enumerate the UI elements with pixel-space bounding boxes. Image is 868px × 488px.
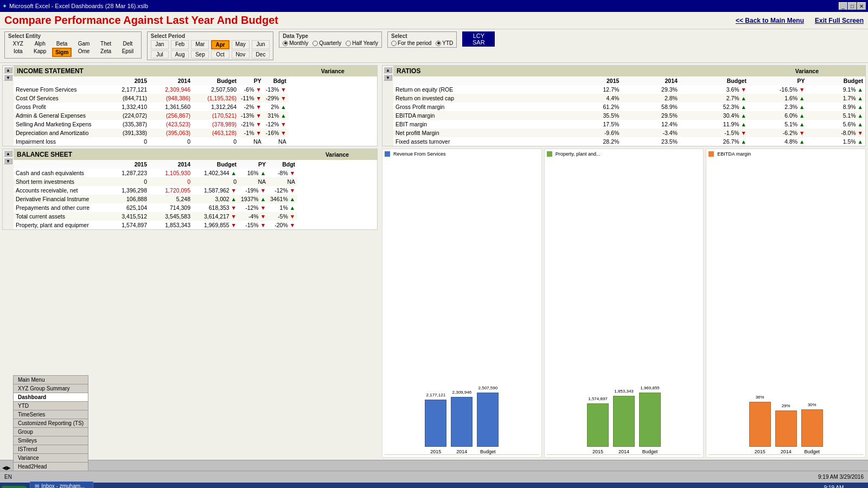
period-btn-aug[interactable]: Aug (171, 50, 189, 59)
income-scroll-up[interactable]: ▲ (4, 67, 12, 73)
taskbar: Start ✉Inbox - zmuham...📊Microsoft Excel… (0, 483, 868, 488)
monthly-radio[interactable]: Monthly (283, 40, 308, 46)
balance-row: Cash and cash equivalents 1,287,223 1,10… (14, 169, 377, 177)
bar-group: 1,574,897 2015 (587, 396, 609, 454)
close-btn[interactable]: ✕ (857, 2, 866, 10)
entity-btn-ome[interactable]: Ome (74, 48, 93, 57)
entity-btn-alph[interactable]: Alph (30, 40, 49, 47)
income-row: Admin & General Expenses (224,072) (256,… (14, 111, 377, 120)
period-btn-jul[interactable]: Jul (151, 50, 169, 59)
sheet-tab-customized-reporting-(ts)[interactable]: Customized Reporting (TS) (13, 419, 88, 427)
bar-rect (587, 403, 609, 447)
ratios-bdgt: 5.1% ▲ (807, 111, 865, 120)
entity-btn-epsil[interactable]: Epsil (118, 48, 137, 57)
period-btn-oct[interactable]: Oct (211, 50, 229, 59)
income-budget: 2,507,590 (193, 85, 239, 94)
bar-value: 2,507,590 (478, 386, 498, 390)
ratios-row: EBIT margin 17.5% 12.4% 11.9% ▲ 5.1% ▲ 5… (393, 120, 865, 129)
window-controls[interactable]: _ □ ✕ (839, 2, 866, 10)
ratios-scroll[interactable]: ▲ ▼ (382, 66, 393, 146)
balance-budget: 1,402,344 ▲ (193, 169, 239, 177)
ytd-label: YTD (442, 40, 453, 46)
bar-value: 1,969,855 (640, 386, 660, 390)
income-py: -11% ▼ (239, 94, 264, 102)
period-btn-apr[interactable]: Apr (211, 40, 229, 49)
period-btn-feb[interactable]: Feb (171, 40, 189, 49)
start-button[interactable]: Start (2, 486, 28, 488)
balance-budget: 0 (193, 177, 239, 186)
balance-scroll-up[interactable]: ▲ (4, 150, 12, 157)
quarterly-circle (312, 41, 318, 46)
entity-btn-zeta[interactable]: Zeta (96, 48, 116, 57)
sheet-tab-smileys[interactable]: Smileys (13, 436, 88, 445)
sheet-tab-head2head[interactable]: Head2Head (13, 462, 88, 471)
period-btn-dec[interactable]: Dec (252, 50, 270, 59)
ratios-scroll-down[interactable]: ▼ (384, 74, 392, 81)
ratios-name: Return on invested cap (393, 94, 563, 102)
ebitda-chart: EBITDA margin 36% 2015 29% 2014 30% Budg… (706, 149, 866, 458)
currency-dropdown[interactable]: LCY SAR (462, 31, 495, 47)
balance-py: -19% ▼ (239, 186, 268, 195)
back-to-main-btn[interactable]: << Back to Main Menu (736, 17, 804, 24)
balance-2014: 0 (149, 177, 193, 186)
balance-name: Short term investments (14, 177, 106, 186)
sheet-tab-group[interactable]: Group (13, 427, 88, 436)
entity-btn-xyz[interactable]: XYZ (8, 40, 28, 47)
data-type-options: Monthly Quarterly Half Yearly (283, 40, 378, 46)
balance-row: Short term investments 0 0 0 NA NA (14, 177, 377, 186)
bar-rect (425, 400, 446, 447)
maximize-btn[interactable]: □ (848, 2, 857, 10)
sheet-tab-main-menu[interactable]: Main Menu (13, 375, 88, 384)
balance-name: Property, plant and equipmer (14, 221, 106, 229)
balance-scroll[interactable]: ▲ ▼ (3, 149, 14, 229)
half-yearly-radio[interactable]: Half Yearly (346, 40, 378, 46)
bar-value: 2,309,946 (452, 390, 472, 395)
main-content: ▲ ▼ INCOME STATEMENT Variance 2015 (0, 63, 868, 460)
exit-fullscreen-btn[interactable]: Exit Full Screen (815, 17, 864, 24)
entity-btn-sigm[interactable]: Sigm (52, 48, 72, 57)
bar-value: 36% (756, 395, 764, 400)
balance-bdgt: 3461% ▲ (268, 195, 297, 203)
income-2014: 1,361,560 (149, 102, 193, 111)
sheet-tab-xyz-group-summary[interactable]: XYZ Group Summary (13, 384, 88, 393)
ratios-name: EBIT margin (393, 120, 563, 129)
period-btn-jun[interactable]: Jun (252, 40, 270, 49)
entity-btn-thet[interactable]: Thet (96, 40, 116, 47)
quarterly-radio[interactable]: Quarterly (312, 40, 341, 46)
tab-next[interactable]: ▶ (7, 465, 11, 471)
income-scroll-down[interactable]: ▼ (4, 74, 12, 81)
entity-btn-delt[interactable]: Delt (118, 40, 137, 47)
sheet-tab-ytd[interactable]: YTD (13, 401, 88, 410)
entity-btn-kapp[interactable]: Kapp (30, 48, 49, 57)
sheet-tab-timeseries[interactable]: TimeSeries (13, 410, 88, 419)
status-time: 9:19 AM 3/29/2016 (818, 474, 864, 480)
income-table: INCOME STATEMENT Variance 2015 2014 Budg… (14, 66, 377, 146)
period-btn-nov[interactable]: Nov (232, 50, 250, 59)
bar-group: 1,853,343 2014 (613, 389, 635, 454)
bar-group: 1,969,855 Budget (639, 386, 661, 454)
sheet-tab-istrend[interactable]: ISTrend (13, 445, 88, 453)
ratios-col-budget2: Budget (807, 76, 865, 85)
ratios-scroll-up[interactable]: ▲ (384, 67, 392, 73)
balance-py: -15% ▼ (239, 221, 268, 229)
period-btn-may[interactable]: May (232, 40, 250, 49)
income-scroll[interactable]: ▲ ▼ (3, 66, 14, 146)
period-label: Select Period (151, 33, 270, 39)
period-btn-mar[interactable]: Mar (191, 40, 209, 49)
minimize-btn[interactable]: _ (839, 2, 847, 10)
entity-btn-iota[interactable]: Iota (8, 48, 28, 57)
period-btn-sep[interactable]: Sep (191, 50, 209, 59)
tab-prev[interactable]: ◀ (2, 465, 7, 471)
for-period-radio[interactable]: For the period (391, 40, 431, 46)
entity-btn-gam[interactable]: Gam (74, 40, 93, 47)
period-btn-jan[interactable]: Jan (151, 40, 169, 49)
entity-btn-beta[interactable]: Beta (52, 40, 72, 47)
taskbar-item-inbox---zmuham...[interactable]: ✉Inbox - zmuham... (30, 481, 93, 488)
right-panel: ▲ ▼ RATIOS Variance 2015 20 (380, 63, 868, 460)
sheet-tab-dashboard[interactable]: Dashboard (13, 393, 88, 401)
ratios-2014: 29.5% (621, 111, 680, 120)
sheet-tab-variance[interactable]: Variance (13, 453, 88, 462)
income-row: Impairment loss 0 0 0 NA NA (14, 137, 377, 146)
balance-scroll-down[interactable]: ▼ (4, 158, 12, 164)
ytd-radio[interactable]: YTD (436, 40, 453, 46)
